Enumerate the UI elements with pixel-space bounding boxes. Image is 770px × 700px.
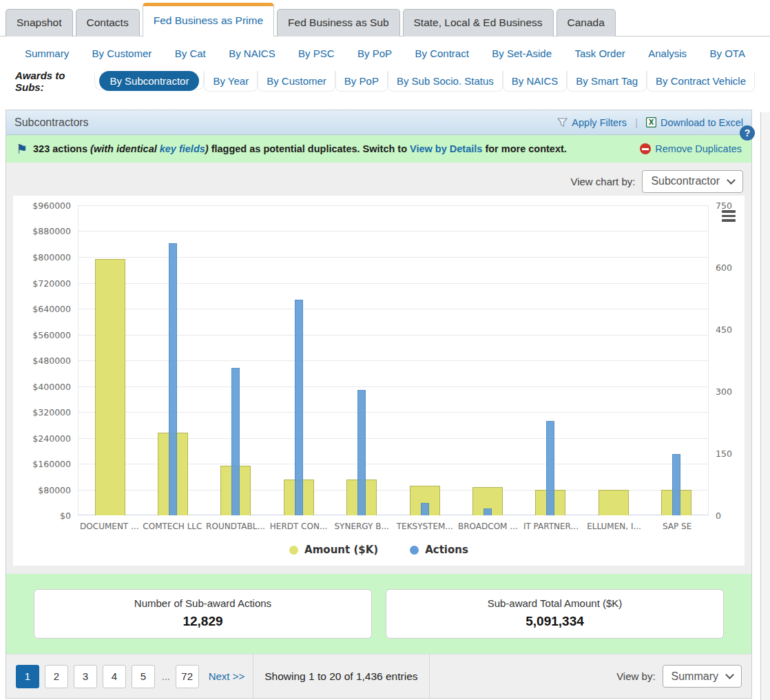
nav-link-by-naics[interactable]: By NAICS <box>229 48 275 59</box>
left-axis-tick: $320000 <box>32 406 71 417</box>
subs-tab-by-pop[interactable]: By PoP <box>335 71 388 92</box>
remove-duplicates-button[interactable]: Remove Duplicates <box>640 143 742 154</box>
nav-primary-row: SummaryBy CustomerBy CatBy NAICSBy PSCBy… <box>0 48 770 59</box>
legend-label: Amount ($K) <box>304 544 378 556</box>
page-scrollbar[interactable] <box>760 112 770 700</box>
left-axis-tick: $0 <box>60 511 71 521</box>
tab-contacts[interactable]: Contacts <box>76 9 140 37</box>
tab-state-local-ed-business[interactable]: State, Local & Ed Business <box>403 9 554 37</box>
view-chart-by-select[interactable]: Subcontractor <box>642 170 743 193</box>
actions-bar[interactable] <box>483 508 492 515</box>
actions-bar[interactable] <box>421 503 429 515</box>
bar-group-sap-se <box>645 205 708 515</box>
view-by-details-link[interactable]: View by Details <box>410 143 482 154</box>
view-chart-by-label: View chart by: <box>570 176 635 187</box>
filter-funnel-icon <box>557 118 568 127</box>
amount-bar[interactable] <box>599 490 629 515</box>
help-icon[interactable]: ? <box>740 125 755 141</box>
nav-link-by-set-aside[interactable]: By Set-Aside <box>492 48 552 59</box>
page-button-1[interactable]: 1 <box>16 665 39 688</box>
bar-group-teksystem <box>393 205 456 515</box>
nav-link-by-contract[interactable]: By Contract <box>415 48 469 59</box>
legend-item-amount-k[interactable]: Amount ($K) <box>289 544 378 556</box>
key-fields-link[interactable]: key fields <box>160 143 205 154</box>
panel-header-actions: Apply Filters | X Download to Excel <box>557 117 743 128</box>
legend-dot <box>289 546 298 555</box>
nav-link-analysis[interactable]: Analysis <box>648 48 687 59</box>
nav-link-task-order[interactable]: Task Order <box>574 48 625 59</box>
top-tab-bar: SnapshotContactsFed Business as PrimeFed… <box>0 0 770 37</box>
legend-item-actions[interactable]: Actions <box>410 544 468 556</box>
card-title: Sub-award Total Amount ($K) <box>386 597 723 609</box>
legend-label: Actions <box>425 544 468 556</box>
nav-link-by-cat[interactable]: By Cat <box>175 48 206 59</box>
chevron-down-icon <box>727 176 736 185</box>
page-button-2[interactable]: 2 <box>45 665 68 688</box>
page-button-last[interactable]: 72 <box>176 665 199 688</box>
left-axis-tick: $400000 <box>32 381 71 391</box>
panel-title: Subcontractors <box>14 116 89 129</box>
flag-icon: ⚑ <box>16 141 28 157</box>
by-subcontractor-pill[interactable]: By Subcontractor <box>99 71 199 91</box>
subs-tab-by-year[interactable]: By Year <box>204 71 258 92</box>
right-axis-tick: 300 <box>716 387 732 397</box>
download-to-excel-button[interactable]: X Download to Excel <box>646 117 743 128</box>
sub-award-actions-card: Number of Sub-award Actions 12,829 <box>34 589 372 639</box>
next-page-link[interactable]: Next >> <box>209 670 245 682</box>
view-by-select[interactable]: Summary <box>663 665 742 688</box>
bar-group-ellumen-i <box>582 205 645 515</box>
subs-tab-by-customer[interactable]: By Customer <box>258 71 335 92</box>
left-axis-tick: $720000 <box>32 278 71 288</box>
tab-canada[interactable]: Canada <box>556 9 616 37</box>
view-by-control: View by: Summary <box>616 665 751 688</box>
apply-filters-button[interactable]: Apply Filters <box>557 117 627 128</box>
actions-bar[interactable] <box>357 390 366 515</box>
nav-link-summary[interactable]: Summary <box>25 48 69 59</box>
x-axis-label: SAP SE <box>645 522 709 531</box>
amount-bar[interactable] <box>95 259 125 515</box>
x-axis-labels: DOCUMENT ...COMTECH LLCROUNDTABL...HERDT… <box>78 515 709 531</box>
bar-plot <box>78 205 709 515</box>
left-axis-tick: $80000 <box>38 484 71 495</box>
x-axis-label: DOCUMENT ... <box>78 522 141 531</box>
subs-tab-by-naics[interactable]: By NAICS <box>503 71 568 92</box>
card-value: 5,091,334 <box>386 614 723 629</box>
left-axis-tick: $240000 <box>32 433 71 443</box>
subs-tab-by-sub-socio-status[interactable]: By Sub Socio. Status <box>388 71 503 92</box>
page-button-3[interactable]: 3 <box>74 665 97 688</box>
showing-entries-text: Showing 1 to 20 of 1,436 entries <box>253 670 428 683</box>
subs-tab-by-subcontractor[interactable]: By Subcontractor <box>94 73 204 90</box>
tab-snapshot[interactable]: Snapshot <box>6 9 73 37</box>
subs-tab-by-smart-tag[interactable]: By Smart Tag <box>567 71 647 92</box>
actions-bar[interactable] <box>672 454 680 515</box>
nav-link-by-ota[interactable]: By OTA <box>710 48 745 59</box>
bar-group-roundtabl <box>205 205 267 515</box>
actions-bar[interactable] <box>231 368 240 515</box>
page-button-4[interactable]: 4 <box>103 665 126 688</box>
divider <box>429 655 430 698</box>
left-axis-tick: $480000 <box>32 356 71 366</box>
chart-menu-icon[interactable] <box>722 210 736 222</box>
nav-link-by-psc[interactable]: By PSC <box>298 48 335 59</box>
x-axis-label: ROUNDTABL... <box>204 522 267 531</box>
chevron-down-icon <box>725 670 734 679</box>
actions-bar[interactable] <box>295 300 303 515</box>
actions-bar[interactable] <box>169 243 177 515</box>
left-axis-tick: $640000 <box>32 303 71 313</box>
actions-bar[interactable] <box>546 421 554 515</box>
page-button-5[interactable]: 5 <box>132 665 155 688</box>
subcontractors-panel: ? Subcontractors Apply Filters | X Downl… <box>6 110 752 699</box>
nav-link-by-pop[interactable]: By PoP <box>357 48 392 59</box>
bar-group-synergy-b <box>331 205 393 515</box>
tab-fed-business-as-sub[interactable]: Fed Business as Sub <box>277 9 399 37</box>
subs-tab-by-contract-vehicle[interactable]: By Contract Vehicle <box>647 71 755 92</box>
nav-link-by-customer[interactable]: By Customer <box>92 48 152 59</box>
x-axis-label: IT PARTNER... <box>519 522 583 531</box>
nav-awards-to-subs-row: Awards to Subs: By Subcontractor By Year… <box>0 70 770 93</box>
tab-fed-business-as-prime[interactable]: Fed Business as Prime <box>143 3 274 37</box>
sub-award-total-amount-card: Sub-award Total Amount ($K) 5,091,334 <box>386 589 724 639</box>
x-axis-label: ELLUMEN, I... <box>583 522 646 531</box>
bar-group-broadcom <box>456 205 519 515</box>
pagination-bar: 12345 ... 72 Next >> Showing 1 to 20 of … <box>6 654 751 698</box>
awards-to-subs-label: Awards to Subs: <box>15 70 94 93</box>
